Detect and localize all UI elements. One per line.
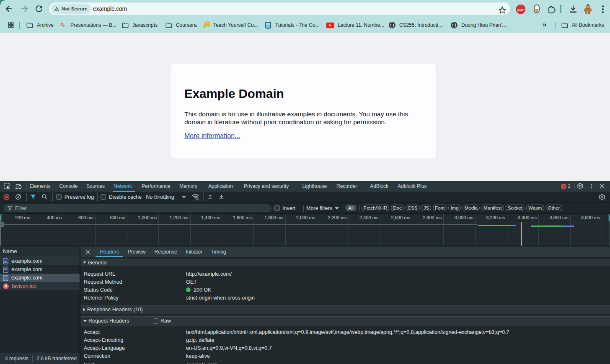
svg-text:B: B — [60, 22, 63, 26]
svg-text:ABP: ABP — [517, 8, 525, 12]
svg-text:E: E — [63, 25, 65, 28]
